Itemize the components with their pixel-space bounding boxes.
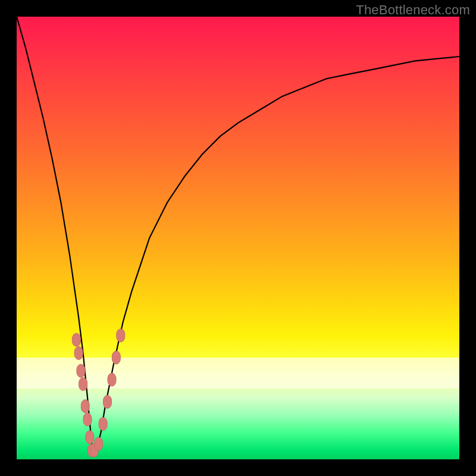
data-marker [77, 364, 85, 377]
data-marker [104, 395, 112, 408]
watermark-text: TheBottleneck.com [356, 2, 470, 18]
data-marker [79, 378, 87, 391]
data-marker [117, 329, 125, 342]
data-marker [81, 400, 89, 413]
data-marker [95, 437, 103, 450]
plot-area [17, 17, 459, 459]
chart-frame: TheBottleneck.com [0, 0, 476, 476]
data-marker [83, 413, 92, 426]
bottleneck-curve [17, 17, 459, 450]
pale-band [17, 358, 459, 389]
data-marker [86, 431, 94, 444]
data-markers [72, 329, 124, 457]
data-marker [88, 444, 96, 457]
data-marker [112, 351, 120, 364]
curve-layer [17, 17, 459, 459]
data-marker [108, 373, 116, 386]
data-marker [72, 333, 80, 346]
data-marker [99, 418, 107, 431]
data-marker [90, 444, 98, 457]
data-marker [74, 346, 83, 359]
